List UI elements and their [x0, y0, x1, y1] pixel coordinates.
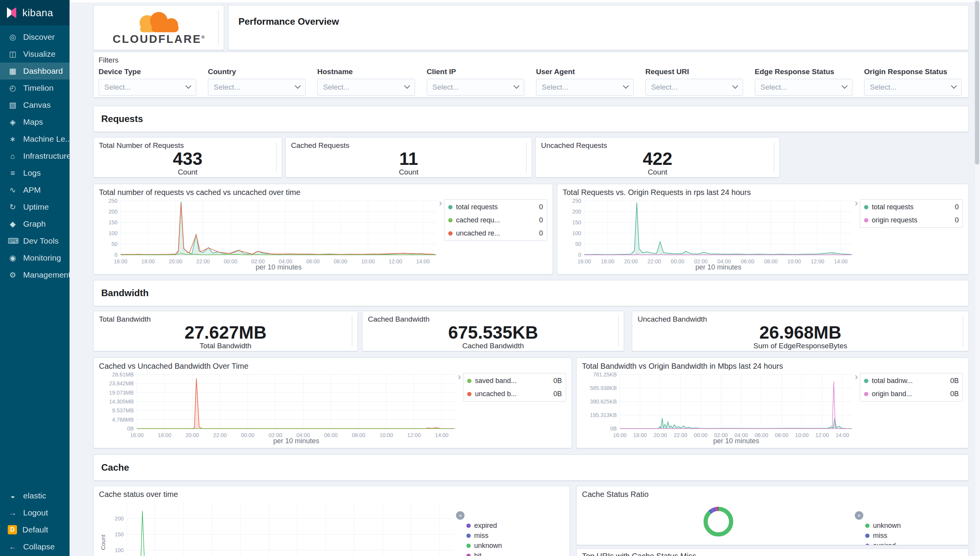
filter-select-edge-response-status[interactable]: Select...: [755, 79, 852, 96]
svg-text:14:00: 14:00: [435, 432, 449, 438]
filter-select-user-agent[interactable]: Select...: [536, 79, 634, 96]
legend-value: 0: [539, 203, 543, 211]
filter-select-device-type[interactable]: Select...: [99, 79, 196, 96]
chevron-down-icon: [951, 83, 957, 89]
legend-toggle-icon[interactable]: ›: [855, 373, 858, 381]
logout-icon: →: [8, 509, 18, 517]
sidebar-item-apm[interactable]: ∿APM: [0, 181, 70, 198]
svg-text:200: 200: [572, 208, 582, 215]
sidebar-item-logs[interactable]: ≡Logs: [0, 164, 70, 181]
legend-item[interactable]: expired: [865, 541, 963, 545]
legend-color-dot: [864, 218, 868, 222]
legend-toggle-icon[interactable]: ›: [855, 199, 858, 207]
sidebar-item-canvas[interactable]: ▧Canvas: [0, 97, 70, 114]
legend-item[interactable]: origin band...0B: [864, 387, 959, 400]
legend-item[interactable]: miss: [865, 531, 963, 541]
legend-item[interactable]: uncached re...0: [448, 227, 543, 240]
svg-text:585.938KB: 585.938KB: [590, 385, 617, 391]
sidebar-item-logout[interactable]: →Logout: [0, 504, 70, 521]
panel-resize-handle[interactable]: [774, 142, 774, 173]
chart-canvas[interactable]: 16:0018:0020:0022:0000:0002:0004:0006:00…: [99, 371, 458, 446]
legend-item[interactable]: total requests0: [448, 200, 543, 214]
sidebar-item-dev-tools[interactable]: ⌨Dev Tools: [0, 232, 70, 249]
legend-item[interactable]: saved band...0B: [467, 374, 562, 387]
sidebar-item-label: Graph: [23, 219, 46, 229]
chart-legend: »expiredmissunknownhitrevalidated: [456, 500, 564, 556]
legend-item[interactable]: uncached b...0B: [467, 387, 562, 400]
chevron-down-icon: [185, 83, 192, 89]
panel-resize-handle[interactable]: [526, 142, 527, 173]
svg-text:200: 200: [109, 208, 118, 215]
chart-canvas[interactable]: 16:0018:0020:0022:0000:0002:0004:0006:00…: [582, 371, 855, 446]
filter-select-hostname[interactable]: Select...: [317, 79, 415, 96]
donut-chart-canvas[interactable]: [582, 500, 855, 543]
legend-item[interactable]: origin requests0: [864, 214, 959, 227]
svg-text:22:00: 22:00: [648, 258, 661, 264]
sidebar-item-maps[interactable]: ◈Maps: [0, 114, 70, 131]
sidebar-item-visualize[interactable]: ◫Visualize: [0, 46, 70, 63]
scrollbar-track[interactable]: [974, 0, 980, 556]
svg-text:14.305MB: 14.305MB: [109, 398, 134, 405]
legend-toggle-icon[interactable]: »: [456, 511, 464, 520]
sidebar-item-label: APM: [23, 185, 41, 195]
panel-resize-handle[interactable]: [618, 316, 619, 346]
scrollbar-thumb[interactable]: [975, 1, 979, 164]
legend-item[interactable]: cached requ...0: [448, 214, 543, 227]
sidebar-item-infrastructure[interactable]: ⌂Infrastructure: [0, 147, 70, 164]
legend-label: miss: [474, 532, 488, 540]
sidebar-item-discover[interactable]: ◎Discover: [0, 29, 70, 46]
sidebar-item-graph[interactable]: ◆Graph: [0, 215, 70, 232]
logs-icon: ≡: [8, 169, 18, 178]
legend-item[interactable]: unknown: [865, 520, 963, 531]
chart-canvas[interactable]: 16:0018:0020:0022:0000:0002:0004:0006:00…: [99, 500, 456, 556]
panel-resize-handle[interactable]: [276, 142, 277, 173]
legend-value: 0B: [553, 377, 562, 385]
legend-color-dot: [467, 392, 471, 396]
sidebar-item-dashboard[interactable]: ▦Dashboard: [0, 63, 70, 80]
filter-select-country[interactable]: Select...: [208, 79, 306, 96]
sidebar-item-collapse[interactable]: ←Collapse: [0, 538, 70, 555]
legend-label: origin requests: [872, 216, 917, 224]
svg-text:per 10 minutes: per 10 minutes: [255, 263, 301, 271]
legend-item[interactable]: miss: [466, 531, 564, 541]
select-placeholder: Select...: [104, 83, 131, 92]
chart-canvas[interactable]: 16:0018:0020:0022:0000:0002:0004:0006:00…: [563, 198, 855, 273]
filter-select-origin-response-status[interactable]: Select...: [864, 79, 962, 96]
sidebar-item-monitoring[interactable]: ◉Monitoring: [0, 249, 70, 266]
legend-toggle-icon[interactable]: »: [855, 511, 863, 520]
legend-item[interactable]: hit: [466, 551, 564, 556]
metric-unit: Count: [99, 168, 276, 176]
sidebar-item-elastic[interactable]: ◒elastic: [0, 487, 70, 504]
svg-text:00:00: 00:00: [241, 432, 254, 438]
legend-item[interactable]: total badnw...0B: [864, 374, 959, 387]
sidebar-nav: ◎Discover◫Visualize▦Dashboard◴Timelion▧C…: [0, 29, 70, 283]
panel-resize-handle[interactable]: [963, 316, 963, 346]
legend-toggle-icon[interactable]: ›: [458, 373, 461, 381]
metric-total-requests: Total Number of Requests 433 Count: [93, 137, 282, 178]
kibana-logo[interactable]: kibana: [0, 0, 70, 25]
svg-text:0: 0: [114, 252, 117, 258]
svg-text:20:00: 20:00: [653, 432, 667, 438]
page-title: Performance Overview: [238, 16, 339, 27]
panel-resize-handle[interactable]: [352, 316, 352, 346]
sidebar-item-machine-le[interactable]: ∗Machine Le...: [0, 131, 70, 147]
sidebar-item-uptime[interactable]: ↻Uptime: [0, 198, 70, 215]
filter-label: Edge Response Status: [755, 68, 852, 76]
chart-cache-status-ratio: Cache Status Ratio »unknownmissexpiredhi…: [576, 486, 969, 545]
filter-select-client-ip[interactable]: Select...: [427, 79, 524, 96]
sidebar-item-default[interactable]: DDefault: [0, 521, 70, 538]
chart-cache-status-over-time: Cache status over time 16:0018:0020:0022…: [93, 486, 570, 556]
sidebar-item-management[interactable]: ⚙Management: [0, 266, 70, 283]
filter-select-request-uri[interactable]: Select...: [645, 79, 743, 96]
legend-item[interactable]: total requests0: [864, 200, 959, 214]
legend-color-dot: [448, 205, 453, 209]
chart-canvas[interactable]: 16:0018:0020:0022:0000:0002:0004:0006:00…: [99, 198, 439, 273]
filter-edge-response-status: Edge Response StatusSelect...: [755, 68, 852, 96]
legend-toggle-icon[interactable]: ›: [439, 199, 442, 207]
sidebar-item-timelion[interactable]: ◴Timelion: [0, 80, 70, 97]
legend-item[interactable]: expired: [466, 520, 564, 531]
panel-resize-handle[interactable]: [218, 10, 219, 45]
legend-item[interactable]: unknown: [466, 541, 564, 551]
filter-label: Device Type: [99, 68, 196, 76]
sidebar-item-label: Uptime: [23, 202, 49, 212]
